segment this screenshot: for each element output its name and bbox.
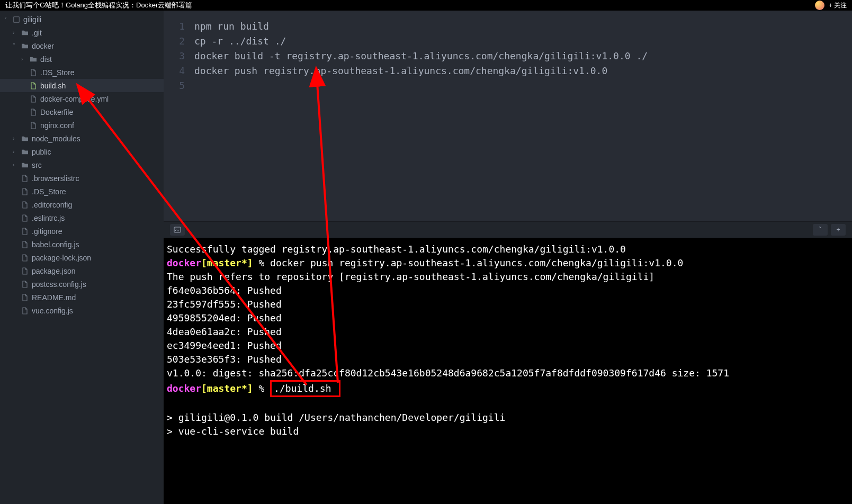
folder-icon	[20, 43, 30, 49]
terminal-tab-icon[interactable]	[170, 224, 185, 236]
tree-item-label: nginx.conf	[40, 121, 74, 130]
prompt-branch: [master*]	[201, 257, 253, 268]
file-icon	[20, 294, 30, 301]
video-title: 让我们写个G站吧！Golang全栈编程实况：Docker云端部署篇	[5, 1, 192, 10]
terminal-line: ec3499e4eed1: Pushed	[167, 339, 849, 353]
tree-item-vue-config-js[interactable]: vue.config.js	[0, 304, 164, 317]
code-editor[interactable]: 1npm run build2cp -r ../dist ./3docker b…	[164, 11, 852, 221]
tree-item-label: .eslintrc.js	[32, 214, 65, 222]
highlighted-command: ./build.sh	[270, 380, 340, 397]
folder-icon	[20, 30, 30, 36]
file-icon	[29, 109, 38, 116]
code-line[interactable]: 2cp -r ../dist ./	[164, 34, 852, 49]
tree-item-label: .git	[32, 29, 42, 37]
tree-item--git[interactable]: ›.git	[0, 26, 164, 39]
tree-item--ds-store[interactable]: .DS_Store	[0, 66, 164, 79]
tree-item-package-json[interactable]: package.json	[0, 264, 164, 277]
tree-item-label: postcss.config.js	[32, 280, 86, 289]
tree-item-label: README.md	[32, 293, 76, 302]
prompt-dir: docker	[167, 383, 201, 394]
line-number: 5	[164, 78, 194, 93]
tree-root[interactable]: ˅ giligili	[0, 13, 164, 26]
tree-item-package-lock-json[interactable]: package-lock.json	[0, 251, 164, 264]
chevron-right-icon: ›	[13, 136, 20, 141]
tree-item-label: docker	[32, 42, 54, 50]
tree-item-label: .browserslistrc	[32, 174, 79, 183]
avatar[interactable]	[815, 1, 824, 10]
chevron-down-icon: ˅	[4, 16, 12, 22]
tree-item-postcss-config-js[interactable]: postcss.config.js	[0, 277, 164, 291]
tree-item--eslintrc-js[interactable]: .eslintrc.js	[0, 211, 164, 224]
prompt-command: docker push registry.ap-southeast-1.aliy…	[270, 257, 683, 268]
file-icon	[20, 228, 30, 235]
file-icon	[29, 82, 38, 89]
folder-icon	[20, 162, 30, 168]
tree-item-babel-config-js[interactable]: babel.config.js	[0, 238, 164, 251]
tree-item--gitignore[interactable]: .gitignore	[0, 224, 164, 238]
tree-item-node-modules[interactable]: ›node_modules	[0, 132, 164, 145]
code-line[interactable]: 1npm run build	[164, 19, 852, 34]
tree-item--editorconfig[interactable]: .editorconfig	[0, 198, 164, 211]
terminal-line: 4959855204ed: Pushed	[167, 311, 849, 325]
chevron-right-icon: ›	[21, 56, 29, 62]
tree-item-readme-md[interactable]: README.md	[0, 291, 164, 304]
terminal-line: docker[master*] % docker push registry.a…	[167, 256, 849, 270]
terminal-toolbar: ˅ +	[164, 221, 852, 238]
tree-root-label: giligili	[23, 15, 41, 24]
code-line[interactable]: 5	[164, 78, 852, 93]
tree-item-label: dist	[40, 55, 52, 64]
code-text: docker build -t registry.ap-southeast-1.…	[194, 49, 648, 64]
file-tree[interactable]: ˅ giligili ›.git˅docker›dist.DS_Storebui…	[0, 11, 164, 504]
file-icon	[29, 95, 38, 103]
repo-icon	[12, 16, 21, 23]
terminal-add-icon[interactable]: +	[831, 224, 846, 236]
tree-item-dist[interactable]: ›dist	[0, 52, 164, 66]
tree-item-label: build.sh	[40, 82, 66, 90]
chevron-down-icon: ˅	[13, 43, 20, 49]
tree-item-nginx-conf[interactable]: nginx.conf	[0, 119, 164, 132]
follow-button[interactable]: + 关注	[829, 1, 847, 10]
folder-icon	[29, 56, 38, 62]
terminal-line: 4dea0e61aa2c: Pushed	[167, 325, 849, 339]
tree-item--ds-store[interactable]: .DS_Store	[0, 185, 164, 198]
tree-item-label: Dockerfile	[40, 108, 73, 116]
chevron-right-icon: ›	[13, 30, 20, 35]
tree-item-label: babel.config.js	[32, 240, 79, 249]
code-text: npm run build	[194, 19, 269, 34]
tree-item-docker-compose-yml[interactable]: docker-compose.yml	[0, 92, 164, 105]
tree-item-src[interactable]: ›src	[0, 158, 164, 172]
tree-item-label: package-lock.json	[32, 254, 91, 262]
terminal-line: 23fc597df555: Pushed	[167, 298, 849, 311]
terminal-dropdown-icon[interactable]: ˅	[813, 224, 828, 236]
file-icon	[20, 175, 30, 182]
tree-item-label: src	[32, 161, 42, 169]
tree-item--browserslistrc[interactable]: .browserslistrc	[0, 172, 164, 185]
tree-item-public[interactable]: ›public	[0, 145, 164, 158]
tree-item-label: docker-compose.yml	[40, 95, 109, 103]
terminal-line: The push refers to repository [registry.…	[167, 270, 849, 284]
tree-item-label: .DS_Store	[40, 68, 75, 77]
chevron-right-icon: ›	[13, 149, 20, 155]
line-number: 2	[164, 34, 194, 49]
tree-item-label: public	[32, 148, 51, 156]
terminal-line: Successfully tagged registry.ap-southeas…	[167, 242, 849, 256]
terminal[interactable]: Successfully tagged registry.ap-southeas…	[164, 238, 852, 504]
file-icon	[29, 122, 38, 129]
svg-rect-0	[174, 227, 181, 232]
tree-item-dockerfile[interactable]: Dockerfile	[0, 105, 164, 119]
code-line[interactable]: 3docker build -t registry.ap-southeast-1…	[164, 49, 852, 64]
line-number: 3	[164, 49, 194, 64]
code-text: cp -r ../dist ./	[194, 34, 286, 49]
terminal-line: 503e53e365f3: Pushed	[167, 353, 849, 366]
line-number: 4	[164, 64, 194, 78]
prompt-branch: [master*]	[201, 383, 253, 394]
code-line[interactable]: 4docker push registry.ap-southeast-1.ali…	[164, 64, 852, 78]
terminal-line: v1.0.0: digest: sha256:dfa25ccf80d12cb54…	[167, 366, 849, 380]
video-topbar: 让我们写个G站吧！Golang全栈编程实况：Docker云端部署篇 + 关注	[0, 0, 852, 11]
file-icon	[20, 267, 30, 275]
tree-item-docker[interactable]: ˅docker	[0, 39, 164, 52]
terminal-line: > giligili@0.1.0 build /Users/nathanchen…	[167, 411, 849, 425]
prompt-dir: docker	[167, 257, 201, 268]
terminal-line: f64e0a36b564: Pushed	[167, 284, 849, 298]
tree-item-build-sh[interactable]: build.sh	[0, 79, 164, 92]
